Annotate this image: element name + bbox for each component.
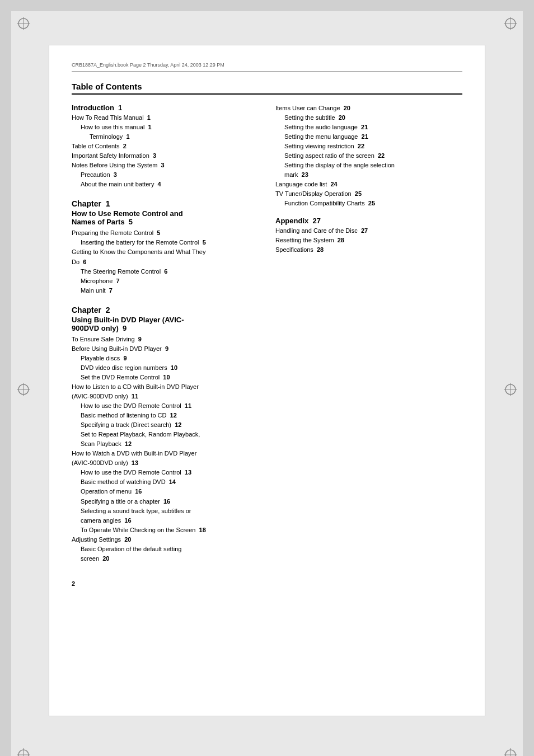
toc-entry: Set to Repeat Playback, Random Playback,… bbox=[81, 430, 259, 449]
toc-entry: Setting the display of the angle selecti… bbox=[284, 161, 462, 180]
toc-entry: Main unit 7 bbox=[81, 286, 259, 295]
toc-entry: Setting aspect ratio of the screen 22 bbox=[284, 151, 462, 161]
toc-entry: Basic method of watching DVD 14 bbox=[81, 477, 259, 487]
toc-entry: Before Using Built-in DVD Player 9 bbox=[72, 344, 259, 354]
appendix-section: Appendix 27 Handling and Care of the Dis… bbox=[275, 217, 462, 255]
toc-entry: How To Read This Manual 1 bbox=[72, 113, 259, 123]
toc-entry: Set the DVD Remote Control 10 bbox=[81, 373, 259, 382]
chapter2-sub: Using Built-in DVD Player (AVIC-900DVD o… bbox=[72, 316, 259, 332]
toc-entry: To Ensure Safe Driving 9 bbox=[72, 335, 259, 344]
toc-entry: Specifications 28 bbox=[275, 245, 462, 255]
toc-entry: Setting viewing restriction 22 bbox=[284, 142, 462, 151]
toc-col-left: Introduction 1 How To Read This Manual 1… bbox=[72, 104, 259, 564]
reg-mark-ml bbox=[17, 383, 30, 396]
toc-entry: Operation of menu 16 bbox=[81, 487, 259, 496]
toc-entry: Basic Operation of the default settingsc… bbox=[81, 544, 259, 564]
toc-entry: Resetting the System 28 bbox=[275, 236, 462, 245]
toc-entry: Specifying a title or a chapter 16 bbox=[81, 497, 259, 506]
toc-entry: Terminology 1 bbox=[90, 132, 259, 142]
toc-entry: Setting the menu language 21 bbox=[284, 132, 462, 142]
reg-mark-tl bbox=[17, 17, 30, 30]
toc-entry: Specifying a track (Direct search) 12 bbox=[81, 420, 259, 430]
toc-entry: How to use this manual 1 bbox=[81, 123, 259, 132]
toc-entry: Playable discs 9 bbox=[81, 354, 259, 363]
chapter1-heading: Chapter 1 bbox=[72, 199, 259, 208]
toc-title: Table of Contents bbox=[72, 82, 462, 95]
reg-mark-tr bbox=[504, 17, 517, 30]
toc-entry: How to use the DVD Remote Control 13 bbox=[81, 468, 259, 477]
toc-entry: Microphone 7 bbox=[81, 276, 259, 286]
toc-entry: Basic method of listening to CD 12 bbox=[81, 411, 259, 420]
toc-entry: How to Watch a DVD with Built-in DVD Pla… bbox=[72, 449, 259, 468]
toc-entry: Notes Before Using the System 3 bbox=[72, 161, 259, 170]
toc-entry: Items User can Change 20 bbox=[275, 104, 462, 113]
toc-entry: Inserting the battery for the Remote Con… bbox=[81, 238, 259, 247]
toc-entry: Function Compatibility Charts 25 bbox=[284, 199, 462, 208]
toc-col-right: Items User can Change 20 Setting the sub… bbox=[275, 104, 462, 564]
page-number: 2 bbox=[72, 580, 462, 587]
intro-heading: Introduction 1 bbox=[72, 104, 259, 112]
page-wrapper: CRB1887A_English.book Page 2 Thursday, A… bbox=[11, 11, 523, 756]
toc-entry: Getting to Know the Components and What … bbox=[72, 247, 259, 266]
reg-mark-br bbox=[504, 748, 517, 756]
appendix-heading: Appendix 27 bbox=[275, 217, 462, 225]
reg-mark-mr bbox=[504, 383, 517, 396]
chapter2-heading: Chapter 2 bbox=[72, 306, 259, 314]
file-bar: CRB1887A_English.book Page 2 Thursday, A… bbox=[72, 62, 462, 72]
chapter1-sub: How to Use Remote Control andNames of Pa… bbox=[72, 209, 259, 226]
reg-mark-bl bbox=[17, 748, 30, 756]
toc-entry: DVD video disc region numbers 10 bbox=[81, 363, 259, 373]
toc-entry: The Steering Remote Control 6 bbox=[81, 267, 259, 276]
toc-entry: Important Safety Information 3 bbox=[72, 151, 259, 161]
toc-entry: Handling and Care of the Disc 27 bbox=[275, 226, 462, 236]
document-page: CRB1887A_English.book Page 2 Thursday, A… bbox=[49, 45, 485, 716]
toc-entry: Adjusting Settings 20 bbox=[72, 535, 259, 544]
toc-entry: Setting the audio language 21 bbox=[284, 123, 462, 132]
toc-entry: Preparing the Remote Control 5 bbox=[72, 228, 259, 238]
toc-entry: Precaution 3 bbox=[81, 170, 259, 180]
toc-entry: Setting the subtitle 20 bbox=[284, 113, 462, 123]
toc-entry: TV Tuner/Display Operation 25 bbox=[275, 189, 462, 199]
toc-entry: How to Listen to a CD with Built-in DVD … bbox=[72, 382, 259, 401]
toc-entry: How to use the DVD Remote Control 11 bbox=[81, 401, 259, 411]
toc-entry: Selecting a sound track type, subtitles … bbox=[81, 506, 259, 525]
toc-entry: To Operate While Checking on the Screen … bbox=[81, 525, 259, 535]
toc-entry: Language code list 24 bbox=[275, 180, 462, 189]
toc-columns: Introduction 1 How To Read This Manual 1… bbox=[72, 104, 462, 564]
toc-entry: Table of Contents 2 bbox=[72, 142, 259, 151]
toc-entry: About the main unit battery 4 bbox=[81, 180, 259, 189]
